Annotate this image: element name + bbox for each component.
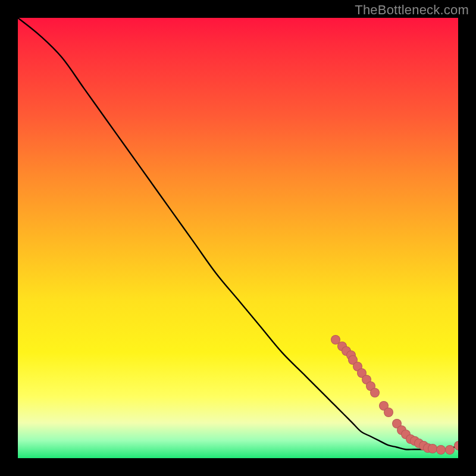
curve-marker bbox=[370, 388, 380, 397]
curve-marker bbox=[454, 441, 458, 450]
chart-frame: TheBottleneck.com bbox=[0, 0, 476, 476]
plot-area bbox=[18, 18, 458, 458]
markers-layer bbox=[18, 18, 458, 458]
curve-marker bbox=[445, 445, 455, 455]
curve-marker bbox=[428, 444, 437, 453]
curve-marker bbox=[436, 445, 446, 455]
watermark-text: TheBottleneck.com bbox=[355, 2, 469, 18]
curve-marker bbox=[384, 408, 393, 417]
